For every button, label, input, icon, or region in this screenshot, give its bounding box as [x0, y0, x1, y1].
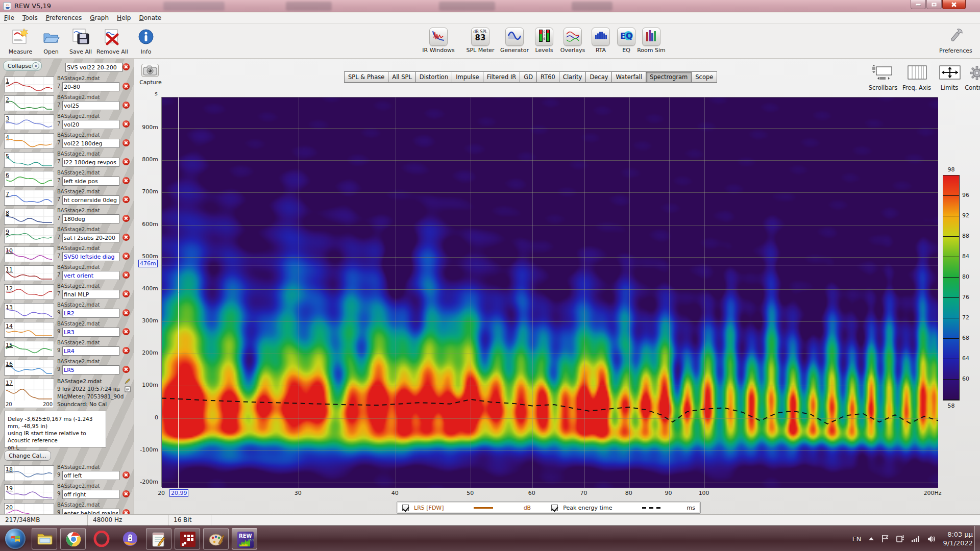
capture-button[interactable]: [141, 64, 159, 77]
measurement-name-field[interactable]: [62, 271, 119, 280]
measurement-row-8[interactable]: 8BASstage2.mdat7: [0, 207, 134, 226]
measurement-name-field[interactable]: [62, 309, 119, 318]
measurement-thumbnail[interactable]: 13: [4, 303, 54, 319]
measurement-name-field[interactable]: [62, 290, 119, 299]
hidden-icons-arrow[interactable]: [868, 536, 875, 541]
delete-measurement-icon[interactable]: [122, 196, 130, 203]
measurement-name-field[interactable]: [62, 82, 119, 91]
taskbar-icon-notepad[interactable]: [146, 528, 172, 549]
measurement-name-field[interactable]: [62, 365, 119, 374]
measurement-thumbnail[interactable]: 20: [4, 503, 54, 514]
tab-all-spl[interactable]: All SPL: [388, 71, 416, 83]
menu-item-tools[interactable]: Tools: [18, 13, 42, 22]
measure-button[interactable]: Measure: [4, 28, 37, 55]
edit-pencil-icon[interactable]: [125, 378, 131, 384]
measurement-row-16[interactable]: 16BASstage2.mdat9: [0, 358, 134, 377]
menu-item-help[interactable]: Help: [113, 13, 135, 22]
tab-waterfall[interactable]: Waterfall: [611, 71, 646, 83]
taskbar-icon-paint[interactable]: [203, 528, 229, 549]
measurement-name-field[interactable]: [62, 195, 119, 205]
language-indicator[interactable]: EN: [852, 535, 862, 543]
action-center-flag-icon[interactable]: [881, 535, 890, 543]
measurement-row-7[interactable]: 7BASstage2.mdat7: [0, 188, 134, 207]
measurement-thumbnail[interactable]: 14: [4, 322, 54, 338]
measurement-name-field[interactable]: [62, 509, 119, 514]
tab-impulse[interactable]: Impulse: [452, 71, 483, 83]
measurement-row-9[interactable]: 9BASstage2.mdat7: [0, 226, 134, 245]
delete-measurement-icon[interactable]: [122, 234, 130, 241]
measurement-thumbnail[interactable]: 8: [4, 209, 54, 224]
delete-measurement-icon[interactable]: [122, 177, 130, 184]
delete-measurement-icon[interactable]: [122, 83, 130, 90]
open-button[interactable]: Open: [35, 28, 67, 55]
controls-button[interactable]: Controls: [959, 65, 980, 91]
delete-measurement-icon[interactable]: [122, 271, 130, 279]
measurement-row-18[interactable]: 18BASstage2.mdat9: [0, 464, 134, 483]
delete-measurement-icon[interactable]: [122, 347, 130, 354]
spectrogram-canvas[interactable]: [162, 97, 938, 488]
delete-measurement-icon[interactable]: [122, 139, 130, 146]
room-sim-button[interactable]: Room Sim: [635, 28, 668, 54]
measurement-thumbnail[interactable]: 5: [4, 152, 54, 168]
measurement-row-15[interactable]: 15BASstage2.mdat9: [0, 339, 134, 358]
spectrogram-plot[interactable]: [161, 97, 938, 487]
delete-measurement-icon[interactable]: [122, 215, 130, 222]
remove-all-button[interactable]: Remove All: [96, 28, 129, 55]
close-button[interactable]: [942, 0, 966, 9]
measurement-row-12[interactable]: 12BASstage2.mdat7: [0, 283, 134, 302]
measurement-row-1[interactable]: 1BASstage2.mdat7: [0, 75, 134, 94]
tab-filtered-ir[interactable]: Filtered IR: [483, 71, 521, 83]
measurement-name-field[interactable]: [62, 158, 119, 167]
change-cal-button[interactable]: Change Cal...: [4, 450, 51, 461]
measurement-row-6[interactable]: 6BASstage2.mdat7: [0, 169, 134, 188]
menu-item-file[interactable]: File: [0, 13, 18, 22]
ir-windows-button[interactable]: IR Windows: [422, 28, 455, 54]
measurement-thumbnail[interactable]: 1720200: [4, 379, 54, 408]
measurement-row-13[interactable]: 13BASstage2.mdat9: [0, 302, 134, 320]
measurement-thumbnail[interactable]: 2: [4, 95, 54, 111]
measurement-row-11[interactable]: 11BASstage2.mdat7: [0, 264, 134, 283]
measurement-row-5[interactable]: 5BASstage2.mdat7: [0, 151, 134, 169]
measurement-row-17-selected[interactable]: 1720200BASstage2.mdat9 Ιαν 2022 10:57:24…: [0, 377, 134, 410]
delete-measurement-icon[interactable]: [122, 253, 130, 260]
clock[interactable]: 8:03 μμ 9/1/2022: [943, 530, 973, 547]
measurement-row-3[interactable]: 3BASstage2.mdat7: [0, 113, 134, 132]
save-all-button[interactable]: Save All: [64, 28, 97, 55]
measurement-name-field[interactable]: [62, 214, 119, 223]
delete-measurement-icon[interactable]: [122, 290, 130, 297]
tab-spectrogram[interactable]: Spectrogram: [646, 71, 692, 83]
measurement-thumbnail[interactable]: 7: [4, 190, 54, 206]
delete-measurement-icon[interactable]: [122, 490, 130, 497]
tab-scope[interactable]: Scope: [691, 71, 717, 83]
measurement-row-10[interactable]: 10BASstage2.mdat7: [0, 245, 134, 264]
delete-measurement-icon[interactable]: [122, 471, 130, 479]
spl-meter-button[interactable]: dB SPL83SPL Meter: [464, 28, 497, 54]
measurement-name-field[interactable]: [62, 233, 119, 242]
power-plug-icon[interactable]: [896, 535, 905, 543]
tab-rt60[interactable]: RT60: [536, 71, 559, 83]
measurement-name-field[interactable]: [62, 139, 119, 148]
measurement-row-14[interactable]: 14BASstage2.mdat9: [0, 320, 134, 339]
measurement-thumbnail[interactable]: 1: [4, 77, 54, 92]
delete-measurement-icon[interactable]: [122, 120, 130, 128]
taskbar-icon-opera[interactable]: [89, 528, 114, 549]
generator-button[interactable]: Generator: [498, 28, 531, 54]
taskbar-icon-chrome[interactable]: [60, 528, 86, 549]
taskbar-icon-explorer[interactable]: [32, 528, 57, 549]
measurement-name-field[interactable]: [62, 101, 119, 110]
tab-distortion[interactable]: Distortion: [415, 71, 452, 83]
legend-checkbox-peak-energy[interactable]: [551, 505, 558, 511]
measurement-row-20[interactable]: 20BASstage2.mdat9: [0, 502, 134, 514]
measurement-thumbnail[interactable]: 12: [4, 284, 54, 300]
measurement-name-field[interactable]: [62, 471, 119, 480]
taskbar-icon-rew[interactable]: REWV5.1: [232, 528, 257, 549]
notes-icon[interactable]: [125, 386, 131, 392]
tab-decay[interactable]: Decay: [585, 71, 612, 83]
network-signal-icon[interactable]: [911, 535, 921, 542]
measurement-name-field[interactable]: [62, 346, 119, 356]
measurement-thumbnail[interactable]: 4: [4, 133, 54, 149]
taskbar-icon-redapp[interactable]: [175, 528, 200, 549]
measurement-thumbnail[interactable]: 10: [4, 246, 54, 262]
taskbar-icon-browser-lock[interactable]: [117, 528, 143, 549]
speaker-icon[interactable]: [927, 535, 937, 543]
